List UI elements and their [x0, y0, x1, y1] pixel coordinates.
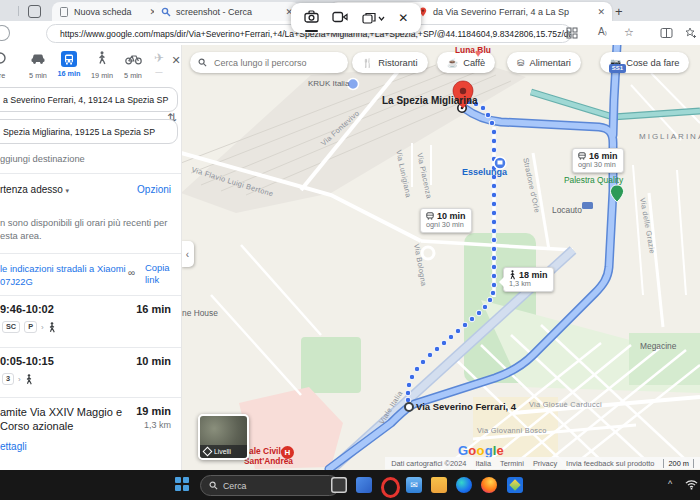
- mail-icon[interactable]: ✉: [406, 477, 422, 493]
- capture-close-icon[interactable]: ✕: [398, 11, 408, 25]
- heart-pin-icon: ♥: [475, 47, 482, 59]
- hospital-h-icon: H: [281, 446, 294, 459]
- edge-icon[interactable]: [456, 477, 472, 493]
- favorite-star-icon[interactable]: ☆: [624, 26, 634, 39]
- scale-bar: 200 m: [663, 459, 694, 468]
- mode-walk[interactable]: 19 min: [88, 51, 116, 80]
- mode-transit-selected[interactable]: 16 min: [55, 51, 83, 78]
- route-time: 0:05-10:15: [0, 355, 54, 367]
- route-option-3[interactable]: amite Via XXIV Maggio e Corso azionale 1…: [0, 403, 181, 463]
- walk-icon: [25, 374, 33, 385]
- split-screen-icon[interactable]: [660, 27, 673, 39]
- tab-close-icon[interactable]: ✕: [593, 7, 605, 17]
- travel-modes: ore 5 min 16 min 19 min 5 min ✈: [0, 51, 181, 81]
- screenshot-camera-icon[interactable]: [304, 9, 319, 27]
- restaurant-icon: 🍴: [362, 58, 373, 68]
- grocery-icon: ⛁: [517, 58, 525, 68]
- feedback-link[interactable]: Invia feedback sul prodotto: [566, 459, 654, 468]
- walking-time-badge-18[interactable]: 18 min 1,3 km: [503, 267, 554, 292]
- origin-input[interactable]: [0, 87, 178, 112]
- workspaces-icon[interactable]: [28, 5, 41, 18]
- map-graphics: [181, 45, 700, 470]
- route-description: amite Via XXIV Maggio e Corso azionale: [0, 405, 126, 433]
- tab-nuova-scheda[interactable]: Nuova scheda ✕: [52, 2, 164, 21]
- car-icon: [30, 51, 46, 65]
- chip-alimentari[interactable]: ⛁Alimentari: [507, 52, 581, 73]
- close-directions-button[interactable]: ✕: [162, 54, 182, 67]
- route-duration: 16 min: [136, 303, 171, 315]
- collapse-panel-button[interactable]: ‹: [181, 241, 194, 267]
- send-to-phone-line2[interactable]: 07J22G: [0, 276, 33, 287]
- walk-icon: [97, 51, 107, 65]
- collections-icon[interactable]: [684, 27, 697, 39]
- tray-chevron-icon[interactable]: ^: [668, 479, 672, 489]
- tab-title: da Via Severino Ferrari, 4 a La Sp: [433, 7, 569, 17]
- divider: [0, 397, 181, 398]
- tab-screenshot-cerca[interactable]: screenshot - Cerca ✕: [154, 2, 300, 21]
- options-link[interactable]: Opzioni: [137, 184, 171, 195]
- task-view-icon[interactable]: [331, 477, 347, 493]
- best-route-icon: [0, 51, 7, 65]
- copy-link-button[interactable]: Copia link: [145, 262, 175, 286]
- route-option-1[interactable]: 9:46-10:02 16 min SC P ›: [0, 301, 181, 345]
- layers-label: Livelli: [214, 448, 231, 455]
- send-to-phone-line1[interactable]: le indicazioni stradali a Xiaomi: [0, 263, 126, 274]
- details-link[interactable]: ettagli: [0, 441, 27, 452]
- firefox-icon[interactable]: [481, 477, 497, 493]
- taskbar-search[interactable]: Cerca: [200, 475, 340, 496]
- chevron-right-icon: ›: [18, 375, 21, 384]
- apps-grid-icon[interactable]: [566, 27, 578, 39]
- departure-time-dropdown[interactable]: rtenza adesso ▾: [0, 184, 69, 195]
- layers-preview[interactable]: Livelli: [198, 414, 249, 460]
- new-tab-button[interactable]: +: [615, 4, 623, 19]
- wifi-icon[interactable]: [685, 479, 698, 490]
- tab-title: Nuova scheda: [74, 7, 132, 17]
- search-icon: [198, 58, 207, 67]
- transit-line-badge: SC: [2, 321, 20, 333]
- search-along-route[interactable]: [190, 52, 348, 73]
- mode-drive[interactable]: 5 min: [24, 51, 52, 80]
- bicycle-icon: [125, 52, 142, 65]
- privacy-link[interactable]: Privacy: [533, 459, 557, 468]
- mode-best[interactable]: ore: [0, 51, 14, 80]
- screen-record-icon[interactable]: [332, 9, 348, 27]
- route-distance: 1,3 km: [144, 420, 171, 430]
- capture-window-icon[interactable]: [362, 12, 385, 24]
- transit-time-badge-16[interactable]: 16 min ogni 30 min: [572, 148, 624, 173]
- opera-icon[interactable]: [381, 477, 400, 498]
- route-time: 9:46-10:02: [0, 303, 54, 315]
- destination-input[interactable]: [0, 119, 178, 144]
- google-logo: Google: [458, 443, 504, 458]
- transit-icon: [61, 51, 77, 67]
- file-explorer-icon[interactable]: [431, 477, 447, 493]
- chip-ristoranti[interactable]: 🍴Ristoranti: [352, 52, 428, 73]
- taskbar-search-label: Cerca: [223, 481, 246, 491]
- transit-time-badge-10[interactable]: 10 min ogni 30 min: [420, 208, 472, 233]
- start-button[interactable]: [175, 477, 191, 493]
- map-canvas[interactable]: 🍴Ristoranti ☕Caffè ⛁Alimentari 📷Cose da …: [181, 45, 700, 470]
- route-duration: 10 min: [136, 355, 171, 367]
- transit-line-badge: P: [24, 321, 37, 333]
- divider: [0, 253, 181, 254]
- reload-icon[interactable]: [0, 25, 10, 41]
- layers-icon: [203, 447, 213, 457]
- store-icon[interactable]: [356, 477, 372, 493]
- route-duration: 19 min: [136, 405, 171, 417]
- page-icon: [59, 7, 69, 17]
- divider: [0, 173, 181, 174]
- route-option-2[interactable]: 0:05-10:15 10 min 3 ›: [0, 353, 181, 397]
- read-aloud-icon[interactable]: A): [598, 26, 607, 37]
- map-footer: Dati cartografici ©2024 Italia Termini P…: [385, 457, 700, 469]
- add-destination-button[interactable]: ggiungi destinazione: [0, 154, 85, 164]
- link-icon: ∞: [128, 267, 135, 278]
- terms-link[interactable]: Termini: [500, 459, 524, 468]
- map-attribution: Dati cartografici ©2024: [391, 459, 466, 468]
- divider: [0, 347, 181, 348]
- taskbar: Cerca ✉ ^: [0, 470, 700, 500]
- chip-caffe[interactable]: ☕Caffè: [437, 52, 495, 73]
- mode-bike[interactable]: 5 min: [119, 51, 147, 80]
- schedule-notice-line2: esta area.: [0, 230, 42, 241]
- chevron-right-icon: ›: [41, 323, 44, 332]
- search-input[interactable]: [212, 57, 326, 69]
- photos-icon[interactable]: [507, 477, 523, 493]
